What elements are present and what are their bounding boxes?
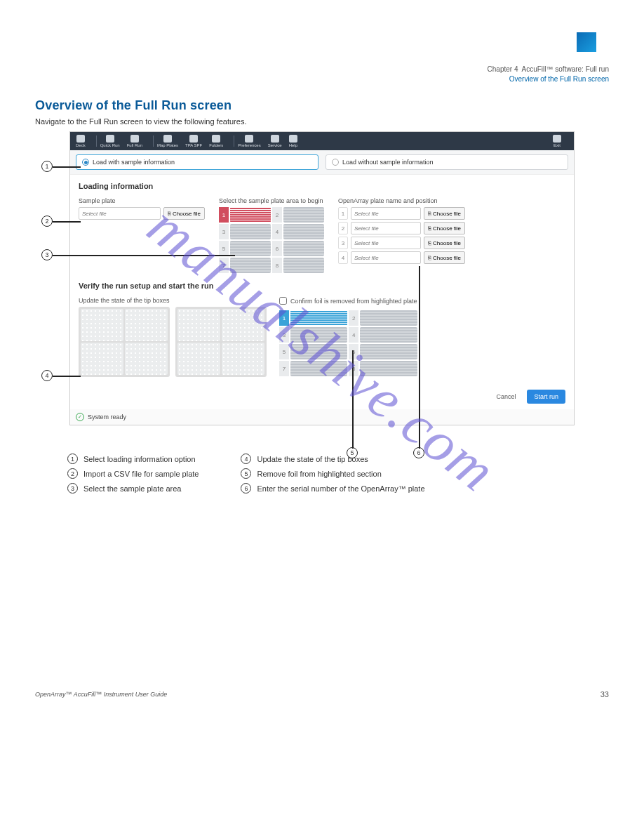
plate-cell[interactable] xyxy=(230,258,271,273)
plate-cell xyxy=(290,327,347,343)
verify-title: Verify the run setup and start the run xyxy=(79,282,565,290)
plate-section-3[interactable]: 3 xyxy=(219,224,229,239)
oa-index: 4 xyxy=(338,251,348,264)
callout-3-lead xyxy=(53,255,235,256)
hl-section-5: 5 xyxy=(279,344,289,359)
tb-exit[interactable]: Exit xyxy=(553,135,561,147)
sample-choose-file-button[interactable]: Choose file xyxy=(163,207,205,220)
confirm-foil-checkbox[interactable] xyxy=(279,297,287,305)
plate-cell xyxy=(360,327,417,343)
tb-full-run[interactable]: Full Run xyxy=(127,135,142,147)
cancel-button[interactable]: Cancel xyxy=(490,390,521,404)
tb-quick-run[interactable]: Quick Run xyxy=(100,135,120,147)
oa-input-2[interactable] xyxy=(351,222,421,234)
oa-choose-4[interactable]: Choose file xyxy=(424,251,465,264)
tb-label: Preferences xyxy=(238,143,260,147)
sample-plate-input[interactable] xyxy=(79,207,161,220)
legend-num: 3 xyxy=(67,483,78,494)
tb-label: TPA SPF xyxy=(185,143,202,147)
oa-choose-3[interactable]: Choose file xyxy=(424,237,465,249)
callout-5: 5 xyxy=(347,447,358,458)
oa-input-4[interactable] xyxy=(351,251,421,264)
app-window: Deck Quick Run Full Run Map Plates TPA S… xyxy=(69,131,575,425)
plate-cell xyxy=(360,310,417,326)
legend-4: 4Update the state of the tip boxes xyxy=(241,454,424,464)
callout-6: 6 xyxy=(413,447,424,458)
plate-cell[interactable] xyxy=(283,241,324,256)
oa-choose-2[interactable]: Choose file xyxy=(424,222,465,234)
legend-text: Select loading information option xyxy=(83,455,196,463)
tb-service[interactable]: Service xyxy=(268,135,282,147)
sample-plate-label: Sample plate xyxy=(79,197,205,204)
start-run-button[interactable]: Start run xyxy=(527,390,565,404)
action-buttons: Cancel Start run xyxy=(70,384,574,409)
plate-cell[interactable] xyxy=(230,224,271,239)
legend-text: Enter the serial number of the OpenArray… xyxy=(257,484,424,493)
tb-label: Deck xyxy=(76,143,86,147)
radio-off-icon xyxy=(332,159,339,166)
legend-num: 2 xyxy=(67,468,78,479)
plate-section-8[interactable]: 8 xyxy=(272,258,282,273)
tb-folders[interactable]: Folders xyxy=(209,135,223,147)
plate-area-grid[interactable]: 1 2 3 4 5 6 7 8 xyxy=(219,207,324,273)
footer-doc-title: OpenArray™ AccuFill™ Instrument User Gui… xyxy=(35,691,167,698)
callout-2: 2 xyxy=(41,216,53,227)
tip-box-1[interactable] xyxy=(79,307,170,377)
plate-cell[interactable] xyxy=(283,207,324,223)
tb-sep xyxy=(96,135,97,147)
plate-section-2[interactable]: 2 xyxy=(272,207,282,223)
status-bar: System ready xyxy=(70,409,574,425)
tb-label: Full Run xyxy=(127,143,142,147)
callout-2-lead xyxy=(53,221,81,223)
plate-cell xyxy=(360,344,417,359)
oa-row-2: 2Choose file xyxy=(338,222,565,234)
plate-cell[interactable] xyxy=(230,241,271,256)
plate-section-6[interactable]: 6 xyxy=(272,241,282,256)
plate-section-4[interactable]: 4 xyxy=(272,224,282,239)
legend-1: 1Select loading information option xyxy=(67,454,199,464)
oa-row-3: 3Choose file xyxy=(338,237,565,249)
deck-icon xyxy=(76,135,85,143)
legend-3: 3Select the sample plate area xyxy=(67,483,199,494)
callout-4-lead xyxy=(53,376,81,377)
load-with-option[interactable]: Load with sample information xyxy=(76,154,318,170)
chapter-num: Chapter 4 xyxy=(488,65,518,73)
quick-run-icon xyxy=(106,135,114,143)
tb-tpa-spf[interactable]: TPA SPF xyxy=(185,135,202,147)
loading-panel: Loading information Sample plate Choose … xyxy=(70,174,574,384)
plate-section-5[interactable]: 5 xyxy=(219,241,229,256)
oa-index: 3 xyxy=(338,237,348,249)
oa-index: 1 xyxy=(338,207,348,220)
oa-label: OpenArray plate name and position xyxy=(338,197,565,204)
legend: 1Select loading information option 2Impo… xyxy=(67,454,577,494)
legend-num: 1 xyxy=(67,454,78,464)
loading-title: Loading information xyxy=(79,182,565,190)
callout-1: 1 xyxy=(41,161,53,172)
tb-map-plates[interactable]: Map Plates xyxy=(157,135,178,147)
callout-1-lead xyxy=(53,166,81,168)
confirm-foil[interactable]: Confirm foil is removed from highlighted… xyxy=(279,297,417,305)
callout-6-lead xyxy=(419,266,420,449)
hl-section-2: 2 xyxy=(349,310,358,326)
plate-area-label: Select the sample plate area to begin xyxy=(219,197,324,204)
oa-input-1[interactable] xyxy=(351,207,421,220)
plate-cell[interactable] xyxy=(283,224,324,239)
tip-box-2[interactable] xyxy=(175,307,267,377)
hl-section-6: 6 xyxy=(349,344,358,359)
status-text: System ready xyxy=(88,413,126,421)
chapter-subtitle-link[interactable]: Overview of the Full Run screen xyxy=(509,75,609,83)
tpa-spf-icon xyxy=(189,135,198,143)
legend-text: Select the sample plate area xyxy=(83,484,181,493)
tb-help[interactable]: Help xyxy=(289,135,297,147)
oa-choose-1[interactable]: Choose file xyxy=(424,207,465,220)
plate-section-1[interactable]: 1 xyxy=(219,207,229,223)
oa-row-4: 4Choose file xyxy=(338,251,565,264)
load-without-option[interactable]: Load without sample information xyxy=(326,154,568,170)
tb-deck[interactable]: Deck xyxy=(76,135,86,147)
plate-cell[interactable] xyxy=(230,207,271,223)
oa-input-3[interactable] xyxy=(351,237,421,249)
tb-label: Help xyxy=(289,143,297,147)
plate-section-7[interactable]: 7 xyxy=(219,258,229,273)
plate-cell[interactable] xyxy=(283,258,324,273)
tb-preferences[interactable]: Preferences xyxy=(238,135,260,147)
